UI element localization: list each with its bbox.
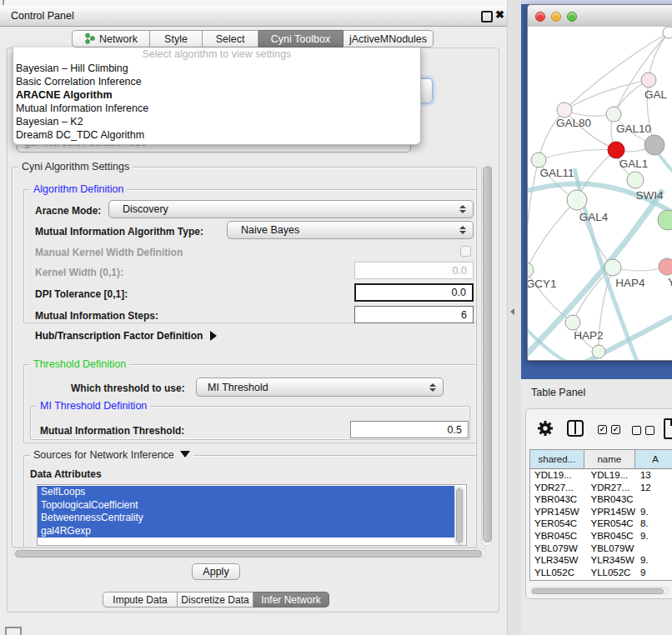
network-node-GAL4[interactable] [567, 190, 587, 210]
network-node[interactable] [644, 135, 664, 155]
network-node[interactable] [592, 345, 605, 358]
algorithm-option[interactable]: Basic Correlation Inference [13, 75, 420, 88]
table-cell: 13 [635, 469, 672, 482]
panel-splitter[interactable] [507, 0, 521, 635]
unchecked-columns-icon[interactable] [632, 426, 654, 435]
list-vertical-scrollbar[interactable] [454, 487, 464, 545]
algorithm-option[interactable]: ARACNE Algorithm [13, 88, 420, 102]
table-row[interactable]: YDR27...YDR27...12 [530, 482, 672, 494]
table-cell: YPR145W [584, 506, 634, 518]
which-threshold-combo[interactable]: MI Threshold [196, 378, 444, 397]
algorithm-popup-list: Bayesian – Hill ClimbingBasic Correlatio… [13, 62, 420, 142]
network-node-Y[interactable] [659, 258, 672, 275]
kernel-width-label: Kernel Width (0,1): [35, 267, 123, 278]
table-cell: YPR145W [530, 506, 584, 518]
table-cell: 9. [635, 530, 672, 542]
node-label: GAL10 [616, 122, 651, 135]
tab-label: Select [216, 33, 245, 45]
zoom-traffic-light[interactable] [567, 12, 577, 22]
network-node-GAL11[interactable] [531, 152, 546, 168]
network-node-GAL1[interactable] [608, 142, 624, 158]
aracne-mode-combo[interactable]: Discovery [108, 200, 474, 218]
close-traffic-light[interactable] [535, 12, 545, 22]
table-column-header[interactable]: name [584, 450, 635, 468]
kernel-width-field[interactable]: 0.0 [354, 262, 474, 279]
node-label: GAL4 [579, 211, 609, 223]
network-node-SWI4[interactable] [627, 172, 644, 188]
data-attribute-item[interactable]: BetweennessCentrality [38, 512, 454, 525]
manual-kernel-checkbox[interactable] [460, 246, 471, 257]
sources-toggle[interactable]: Sources for Network Inference [30, 449, 193, 461]
cyni-settings-title: Cyni Algorithm Settings [18, 161, 133, 172]
tab-discretize-data[interactable]: Discretize Data [178, 592, 253, 608]
tab-jactivemnodules[interactable]: jActiveMNodules [344, 30, 434, 48]
mi-type-combo[interactable]: Naive Bayes [227, 221, 474, 239]
float-window-icon[interactable] [481, 11, 493, 22]
tab-style[interactable]: Style [150, 30, 203, 48]
network-edge[interactable] [528, 200, 577, 270]
data-attribute-item[interactable]: TopologicalCoefficient [38, 499, 454, 512]
table-row[interactable]: YLL052CYLL052C9 [530, 567, 672, 579]
split-columns-icon[interactable] [567, 420, 584, 437]
data-attributes-list[interactable]: SelfLoopsTopologicalCoefficientBetweenne… [37, 484, 467, 546]
settings-horizontal-scrollbar[interactable] [13, 548, 486, 558]
table-row[interactable]: YER054CYER054C8. [530, 518, 672, 530]
table-row[interactable]: YBL079WYBL079W [530, 542, 672, 555]
table-column-header[interactable]: shared... [530, 450, 584, 468]
minimize-traffic-light[interactable] [551, 12, 561, 22]
node-table[interactable]: shared...nameA YDL19...YDL19...13YDR27..… [529, 449, 672, 581]
hub-definition-toggle[interactable]: Hub/Transcription Factor Definition [35, 330, 217, 342]
tab-cyni-toolbox[interactable]: Cyni Toolbox [258, 30, 344, 48]
mi-steps-field[interactable]: 6 [354, 306, 474, 323]
tab-infer-network[interactable]: Infer Network [253, 592, 329, 608]
data-attribute-item[interactable]: gal4RGexp [38, 525, 454, 538]
table-cell: 9. [635, 506, 672, 518]
algorithm-option[interactable]: Bayesian – Hill Climbing [13, 62, 420, 75]
checked-columns-icon[interactable]: ✓✓ [598, 425, 620, 434]
table-row[interactable]: YPR145WYPR145W9. [530, 506, 672, 518]
algorithm-option[interactable]: Dream8 DC_TDC Algorithm [13, 128, 420, 142]
network-view-window[interactable]: GALGAL80GAL10GAL1GAL11SWI4GAL4GCY1HAP4YH… [527, 4, 672, 361]
table-cell: 9 [635, 567, 672, 579]
which-threshold-value: MI Threshold [208, 382, 268, 393]
data-attributes-label: Data Attributes [30, 468, 102, 480]
gear-icon[interactable] [537, 420, 554, 437]
network-node-GAL10[interactable] [606, 107, 621, 122]
settings-vertical-scrollbar[interactable] [481, 163, 492, 547]
table-row[interactable]: YBR043CYBR043C [530, 493, 672, 506]
table-horizontal-scrollbar[interactable] [530, 587, 669, 594]
tab-select[interactable]: Select [203, 30, 258, 48]
network-edge[interactable] [539, 150, 616, 160]
table-column-header[interactable]: A [635, 450, 672, 468]
table-row[interactable]: YBR045CYBR045C9. [530, 530, 672, 542]
network-node[interactable] [658, 210, 672, 230]
node-label: GAL [644, 88, 668, 101]
algorithm-option[interactable]: Mutual Information Inference [13, 102, 420, 115]
table-row[interactable]: YDL19...YDL19...13 [530, 469, 672, 482]
table-row[interactable]: YLR345WYLR345W9. [530, 554, 672, 567]
network-canvas[interactable]: GALGAL80GAL10GAL1GAL11SWI4GAL4GCY1HAP4YH… [528, 27, 672, 360]
network-node[interactable] [663, 27, 672, 38]
algorithm-popup-placeholder: Select algorithm to view settings [13, 48, 420, 62]
tab-impute-data[interactable]: Impute Data [103, 592, 178, 608]
network-node-GAL[interactable] [641, 72, 656, 88]
splitter-collapse-icon[interactable] [510, 308, 514, 315]
mi-threshold-field[interactable]: 0.5 [350, 421, 469, 438]
tab-network[interactable]: Network [72, 30, 150, 48]
file-icon[interactable] [664, 418, 672, 439]
network-node-GAL80[interactable] [557, 102, 572, 118]
data-attribute-item[interactable]: SelfLoops [38, 486, 454, 499]
network-node-HAP2[interactable] [565, 315, 580, 330]
network-node-HAP4[interactable] [604, 259, 621, 276]
control-panel-titlebar[interactable]: Control Panel ✖ [0, 7, 507, 27]
close-icon[interactable]: ✖ [495, 8, 504, 21]
algorithm-option[interactable]: Bayesian – K2 [13, 115, 420, 128]
network-window-titlebar[interactable] [528, 5, 672, 28]
stepper-icon [429, 383, 436, 392]
apply-button[interactable]: Apply [192, 563, 240, 580]
network-edge[interactable] [564, 80, 649, 110]
dpi-tolerance-field[interactable]: 0.0 [354, 283, 474, 302]
network-edge[interactable] [528, 160, 539, 270]
collapsed-panel-icon[interactable] [5, 627, 22, 635]
network-node-GCY1[interactable] [528, 262, 534, 278]
